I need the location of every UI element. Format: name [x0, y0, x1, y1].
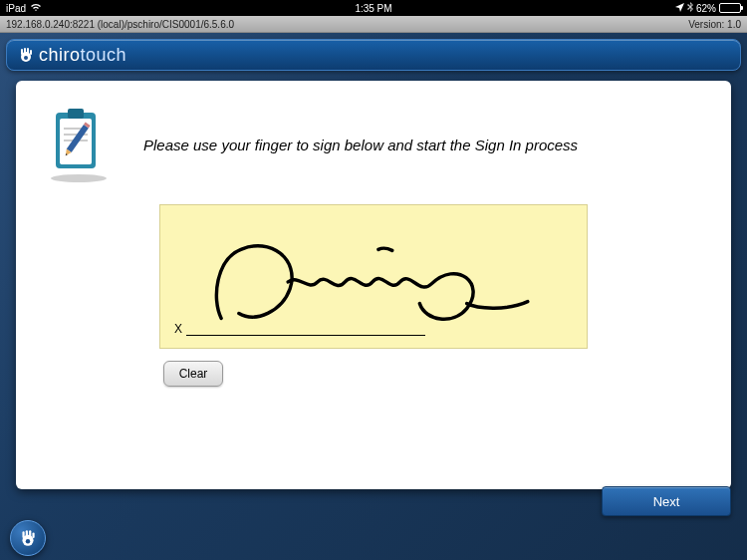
clipboard-pencil-icon — [44, 105, 114, 184]
server-path: 192.168.0.240:8221 (local)/pschiro/CIS00… — [6, 19, 234, 30]
bluetooth-icon — [687, 2, 693, 14]
svg-rect-4 — [30, 50, 32, 55]
signature-line — [186, 335, 425, 336]
hand-icon — [17, 46, 35, 64]
svg-point-6 — [51, 174, 107, 182]
clear-button[interactable]: Clear — [163, 361, 223, 387]
clock: 1:35 PM — [355, 3, 391, 14]
signature-pad[interactable]: X — [159, 204, 588, 349]
app-frame: chirotouch — [0, 33, 747, 560]
carrier-label: iPad — [6, 3, 26, 14]
app-header: chirotouch — [6, 39, 741, 71]
server-info-bar: 192.168.0.240:8221 (local)/pschiro/CIS00… — [0, 16, 747, 33]
svg-rect-20 — [29, 530, 31, 538]
svg-rect-21 — [32, 532, 34, 538]
svg-point-22 — [26, 539, 30, 543]
svg-rect-3 — [27, 48, 29, 55]
next-button[interactable]: Next — [602, 486, 731, 516]
svg-point-5 — [24, 56, 28, 60]
content-card: Please use your finger to sign below and… — [16, 81, 731, 489]
instruction-text: Please use your finger to sign below and… — [143, 137, 578, 153]
svg-rect-9 — [68, 109, 84, 119]
logo-part1: chiro — [39, 45, 81, 65]
logo-part2: touch — [81, 45, 127, 65]
battery-pct: 62% — [696, 3, 716, 14]
version-label: Version: 1.0 — [688, 19, 741, 30]
ios-status-bar: iPad 1:35 PM 62% — [0, 0, 747, 16]
svg-rect-2 — [24, 48, 26, 55]
battery-icon — [719, 3, 741, 13]
wifi-icon — [30, 3, 42, 14]
location-icon — [675, 3, 684, 14]
svg-rect-18 — [22, 531, 24, 538]
app-logo: chirotouch — [17, 45, 126, 66]
footer-hand-button[interactable] — [10, 520, 46, 556]
signature-x-marker: X — [174, 322, 182, 336]
svg-rect-1 — [21, 49, 23, 55]
svg-rect-19 — [26, 530, 28, 538]
hand-icon — [18, 528, 38, 548]
